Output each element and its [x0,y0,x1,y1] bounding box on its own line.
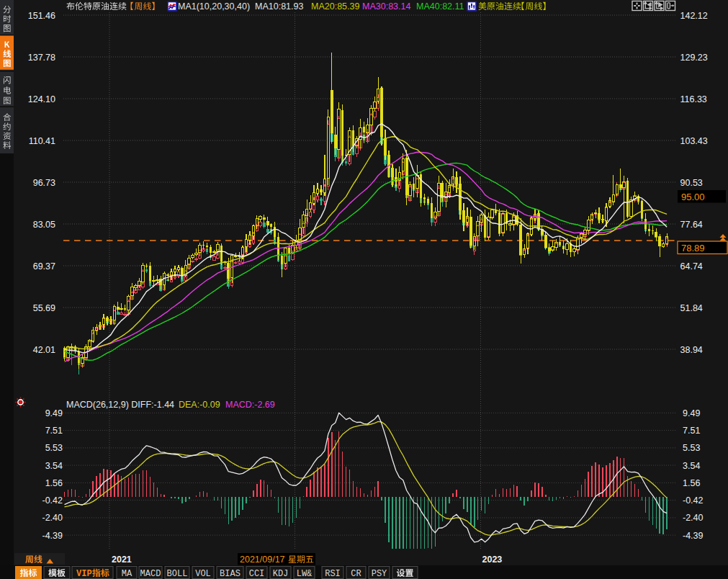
svg-text:7.51: 7.51 [683,426,700,436]
svg-text:-4.39: -4.39 [42,531,63,541]
svg-text:PSY: PSY [372,569,387,579]
svg-text:MACD: MACD [140,569,161,579]
svg-text:7.51: 7.51 [45,426,63,436]
svg-text:9.49: 9.49 [683,408,700,418]
svg-text:MA1(10,20,30,40): MA1(10,20,30,40) [178,1,250,12]
svg-text:MA10:81.93: MA10:81.93 [255,1,303,12]
svg-text:BIAS: BIAS [220,569,241,579]
svg-text:MA: MA [122,569,132,579]
svg-text:-2.40: -2.40 [42,513,63,523]
svg-text:151.46: 151.46 [28,11,55,21]
svg-text:38.94: 38.94 [680,345,703,355]
svg-text:116.33: 116.33 [680,94,707,104]
svg-text:137.78: 137.78 [28,53,55,63]
svg-text:-0.42: -0.42 [42,495,63,506]
svg-text:5.53: 5.53 [683,443,700,453]
svg-text:VIP: VIP [76,569,92,579]
svg-text:3.54: 3.54 [45,461,63,471]
svg-text:51.84: 51.84 [680,303,703,313]
svg-text:MA40:82.11: MA40:82.11 [416,1,464,12]
svg-text:2021/09/17: 2021/09/17 [240,555,285,565]
svg-text:MACD:-2.69: MACD:-2.69 [225,400,275,410]
svg-text:CR: CR [351,569,361,579]
svg-text:55.69: 55.69 [33,303,55,313]
svg-text:CCI: CCI [249,569,265,579]
svg-text:9.49: 9.49 [45,408,63,418]
svg-text:77.64: 77.64 [680,220,703,230]
svg-text:124.10: 124.10 [28,94,55,104]
svg-text:103.43: 103.43 [680,136,708,146]
svg-text:-4.39: -4.39 [683,531,704,541]
svg-text:RSI: RSI [325,569,341,579]
svg-text:DEA:-0.09: DEA:-0.09 [179,400,220,410]
svg-text:1.56: 1.56 [683,478,700,488]
svg-text:BOLL: BOLL [167,569,188,579]
svg-text:2021: 2021 [112,555,132,565]
svg-text:MA30:83.14: MA30:83.14 [362,1,410,12]
svg-text:95.00: 95.00 [681,192,705,202]
svg-text:69.37: 69.37 [33,261,55,271]
svg-text:KDJ: KDJ [273,569,289,579]
svg-text:110.41: 110.41 [29,136,55,146]
svg-text:MACD(26,12,9) DIFF:-1.44: MACD(26,12,9) DIFF:-1.44 [66,400,174,410]
svg-text:MA20:85.39: MA20:85.39 [311,1,359,12]
svg-text:96.73: 96.73 [33,178,55,188]
svg-text:VOL: VOL [195,569,211,579]
svg-text:2023: 2023 [482,555,503,565]
svg-text:90.53: 90.53 [680,178,703,188]
svg-text:3.54: 3.54 [683,461,700,471]
svg-text:-2.40: -2.40 [683,513,704,523]
svg-text:142.12: 142.12 [680,11,708,21]
svg-text:42.01: 42.01 [33,345,55,355]
svg-text:78.89: 78.89 [681,243,705,253]
svg-text:1.56: 1.56 [45,478,63,488]
svg-text:64.74: 64.74 [680,261,703,271]
svg-text:5.53: 5.53 [45,443,63,453]
svg-text:-0.42: -0.42 [683,495,704,506]
svg-text:LW&: LW& [297,569,313,579]
svg-text:83.05: 83.05 [33,220,55,230]
svg-text:129.23: 129.23 [680,53,708,63]
